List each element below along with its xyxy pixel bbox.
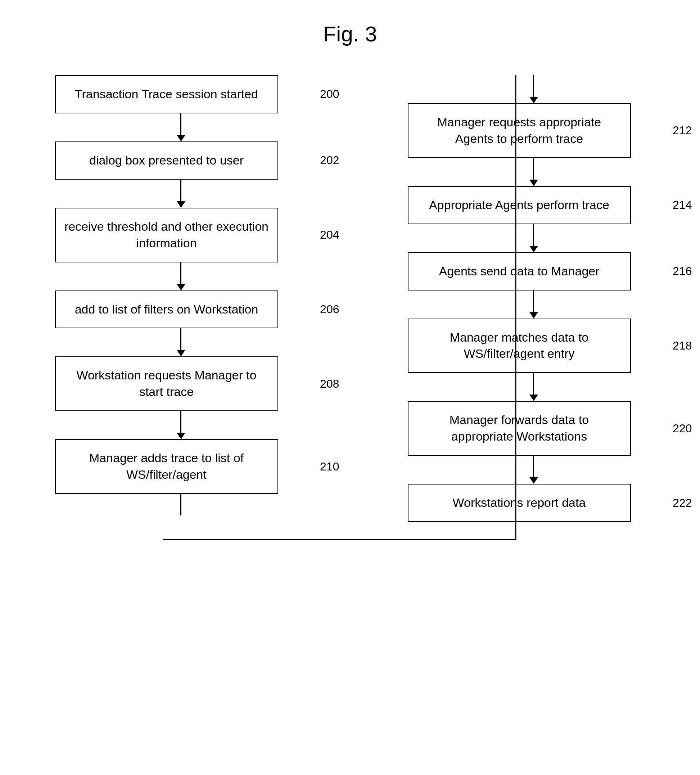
box-216: Agents send data to Manager bbox=[408, 252, 631, 291]
ref-214: 214 bbox=[673, 198, 692, 212]
arrow-200-202 bbox=[177, 113, 185, 141]
arrow-head-top-right bbox=[529, 97, 538, 103]
right-column: Manager requests appropriate Agents to p… bbox=[404, 75, 663, 522]
arrow-212-214 bbox=[529, 158, 538, 186]
arrow-206-208 bbox=[177, 328, 185, 356]
box-218-wrapper: Manager matches data to WS/filter/agent … bbox=[408, 319, 660, 373]
box-212: Manager requests appropriate Agents to p… bbox=[408, 103, 631, 158]
ref-200: 200 bbox=[320, 88, 339, 101]
box-210: Manager adds trace to list of WS/filter/… bbox=[55, 439, 278, 494]
ref-208: 208 bbox=[320, 377, 339, 391]
arrow-204-206 bbox=[177, 263, 185, 291]
left-column: Transaction Trace session started 200 di… bbox=[52, 75, 311, 516]
box-218: Manager matches data to WS/filter/agent … bbox=[408, 319, 631, 373]
box-220: Manager forwards data to appropriate Wor… bbox=[408, 401, 631, 456]
box-208: Workstation requests Manager to start tr… bbox=[55, 356, 278, 411]
bottom-line-left bbox=[180, 494, 181, 516]
box-214: Appropriate Agents perform trace bbox=[408, 186, 631, 224]
arrow-202-204 bbox=[177, 180, 185, 208]
box-216-wrapper: Agents send data to Manager 216 bbox=[408, 252, 660, 291]
box-212-wrapper: Manager requests appropriate Agents to p… bbox=[408, 103, 660, 158]
ref-212: 212 bbox=[673, 124, 692, 137]
arrow-216-218 bbox=[529, 291, 538, 319]
arrow-208-210 bbox=[177, 411, 185, 439]
box-208-wrapper: Workstation requests Manager to start tr… bbox=[55, 356, 307, 411]
box-206: add to list of filters on Workstation bbox=[55, 291, 278, 329]
arrow-218-220 bbox=[529, 373, 538, 401]
ref-204: 204 bbox=[320, 228, 339, 241]
box-206-wrapper: add to list of filters on Workstation 20… bbox=[55, 291, 307, 329]
box-222: Workstations report data bbox=[408, 484, 631, 522]
ref-220: 220 bbox=[673, 422, 692, 435]
ref-202: 202 bbox=[320, 154, 339, 167]
box-220-wrapper: Manager forwards data to appropriate Wor… bbox=[408, 401, 660, 456]
box-210-wrapper: Manager adds trace to list of WS/filter/… bbox=[55, 439, 307, 494]
box-202: dialog box presented to user bbox=[55, 141, 278, 180]
ref-222: 222 bbox=[673, 496, 692, 510]
ref-206: 206 bbox=[320, 303, 339, 316]
box-214-wrapper: Appropriate Agents perform trace 214 bbox=[408, 186, 660, 224]
box-204-wrapper: receive threshold and other execution in… bbox=[55, 208, 307, 263]
arrow-214-216 bbox=[529, 224, 538, 252]
top-line-right bbox=[533, 75, 534, 97]
ref-218: 218 bbox=[673, 339, 692, 353]
ref-216: 216 bbox=[673, 264, 692, 278]
box-202-wrapper: dialog box presented to user 202 bbox=[55, 141, 307, 180]
ref-210: 210 bbox=[320, 460, 339, 473]
box-204: receive threshold and other execution in… bbox=[55, 208, 278, 263]
box-200-wrapper: Transaction Trace session started 200 bbox=[55, 75, 307, 113]
arrow-220-222 bbox=[529, 456, 538, 484]
page-title: Fig. 3 bbox=[0, 0, 700, 47]
box-200: Transaction Trace session started bbox=[55, 75, 278, 113]
box-222-wrapper: Workstations report data 222 bbox=[408, 484, 660, 522]
